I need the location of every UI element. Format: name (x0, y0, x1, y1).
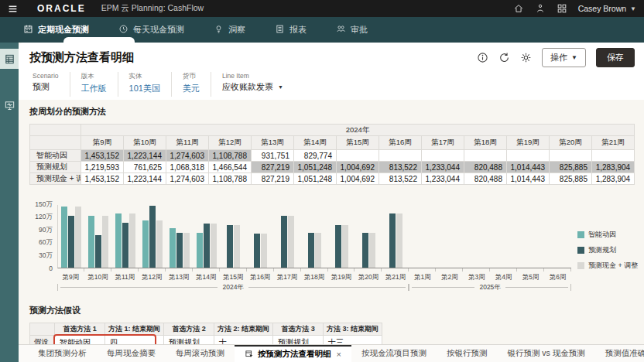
grid-cell[interactable] (379, 150, 422, 162)
nav-tab-3[interactable]: 洞察 (214, 17, 245, 43)
nav-tab-5[interactable]: 审批 (336, 17, 368, 43)
pov-member-value[interactable]: 美元 (183, 83, 200, 94)
grid-cell[interactable] (464, 150, 507, 162)
grid-cell[interactable]: 1,274,603 (166, 173, 209, 185)
grid-cell[interactable]: 1,068,318 (166, 162, 209, 173)
grid-cell[interactable]: 1,453,152 (81, 173, 124, 185)
assump-cell[interactable]: 十 (214, 336, 273, 345)
grid-week-header: 第10周 (124, 136, 166, 150)
grid-cell[interactable] (507, 150, 550, 162)
grid-cell[interactable]: 1,466,544 (209, 162, 252, 173)
grid-cell[interactable] (592, 150, 635, 162)
user-menu[interactable]: Casey Brown ▼ (578, 4, 636, 13)
close-icon[interactable]: × (337, 350, 341, 359)
grid-cell[interactable]: 761,625 (124, 162, 166, 173)
app-grid-icon[interactable] (557, 3, 567, 14)
accessibility-person-icon[interactable] (535, 3, 546, 14)
bar-预测规划 (227, 225, 233, 268)
grid-cell[interactable]: 1,014,443 (507, 162, 550, 173)
content-body: 按周划分的预测方法 2024年第9周第10周第11周第12周第13周第14周第1… (19, 100, 644, 344)
dashboard-monitor-icon[interactable] (0, 95, 19, 115)
grid-cell[interactable]: 1,233,044 (422, 173, 464, 185)
grid-cell[interactable] (337, 150, 379, 162)
bottom-tab-7[interactable]: 银行预测 vs 现金预测 (497, 345, 594, 362)
assump-cell[interactable]: 智能动因 (55, 336, 105, 345)
grid-cell[interactable]: 1,283,904 (592, 162, 635, 173)
settings-gear-icon[interactable] (520, 52, 532, 63)
grid-cell[interactable]: 1,274,603 (166, 150, 209, 162)
grid-cell[interactable]: 827,219 (252, 162, 294, 173)
assump-cell[interactable]: 预测规划 (273, 336, 324, 345)
grid-row: 预测规划1,219,593761,6251,068,3181,466,54482… (30, 162, 635, 173)
refresh-icon[interactable] (498, 52, 510, 63)
active-tab-notch (63, 37, 135, 43)
grid-week-header: 第18周 (464, 136, 507, 150)
assump-cell[interactable]: 四 (105, 336, 164, 345)
grid-cell[interactable]: 1,004,692 (337, 173, 379, 185)
bar-预测规划 (308, 233, 314, 268)
pov-member-value[interactable]: 工作版 (81, 83, 107, 94)
assump-cell[interactable]: 十三 (324, 336, 382, 345)
grid-cell[interactable]: 1,108,788 (209, 150, 252, 162)
bottom-tab-2[interactable]: 每周现金摘要 (97, 345, 166, 362)
grid-cell[interactable]: 825,885 (550, 162, 592, 173)
weekly-forecast-grid: 2024年第9周第10周第11周第12周第13周第14周第15周第16周第17周… (29, 124, 635, 185)
grid-cell[interactable]: 1,051,248 (294, 162, 337, 173)
calendar-icon (23, 24, 33, 36)
nav-tab-label: 洞察 (228, 24, 245, 36)
bar-智能动因 (115, 213, 122, 268)
grid-cell[interactable] (422, 150, 464, 162)
pov-member-2: 版本工作版 (78, 72, 118, 97)
actions-button[interactable]: 操作 ▼ (542, 48, 586, 67)
assump-header: 首选方法 2 (164, 323, 214, 336)
bar-智能动因 (142, 220, 149, 268)
grid-cell[interactable]: 1,219,593 (81, 162, 124, 173)
home-icon[interactable] (513, 3, 524, 14)
bottom-tab-5[interactable]: 按现金流项目预测 (351, 345, 437, 362)
hamburger-menu-icon[interactable] (8, 4, 25, 14)
grid-cell[interactable] (550, 150, 592, 162)
grid-cell[interactable]: 1,453,152 (81, 150, 124, 162)
bar-预测现金 + 调整 (315, 233, 321, 268)
legend-label: 智能动因 (588, 230, 616, 240)
grid-cell[interactable]: 1,004,692 (337, 162, 379, 173)
grid-cell[interactable]: 820,488 (464, 162, 507, 173)
nav-tab-4[interactable]: 报表 (275, 17, 307, 43)
info-icon[interactable] (477, 52, 488, 63)
pov-member-value[interactable]: 预测 (33, 81, 59, 93)
forecast-bar-chart: 150万120万90万60万30万0 第9周第10周第11周第12周第13周第1… (29, 205, 635, 291)
assump-cell[interactable]: 预测规划 (164, 336, 214, 345)
grid-cell[interactable]: 1,233,044 (422, 162, 464, 173)
grid-year-header: 2024年 (81, 125, 635, 136)
bottom-tab-4[interactable]: 按预测方法查看明细× (235, 345, 351, 362)
grid-cell[interactable]: 1,051,248 (294, 173, 337, 185)
save-button[interactable]: 保存 (596, 48, 635, 67)
chart-legend: 智能动因预测规划预测现金 + 调整 (577, 205, 638, 291)
grid-cell[interactable]: 820,488 (464, 173, 507, 185)
grid-cell[interactable]: 827,219 (252, 173, 294, 185)
pov-member-value[interactable]: 应收账款发票▼ (222, 81, 283, 93)
grid-cell[interactable]: 1,223,144 (124, 173, 166, 185)
grid-cell[interactable]: 813,522 (379, 173, 422, 185)
legend-swatch (577, 231, 584, 238)
bottom-tab-3[interactable]: 每周滚动预测 (166, 345, 235, 362)
pov-member-value[interactable]: 101美国 (129, 83, 160, 94)
left-toolbar (0, 43, 19, 362)
bar-group-第5周 (517, 205, 544, 268)
grid-cell[interactable]: 1,223,144 (124, 150, 166, 162)
bottom-tab-8[interactable]: 预测值准确性分析 (595, 345, 644, 362)
grid-cell[interactable]: 825,885 (550, 173, 592, 185)
bottom-tab-6[interactable]: 按银行预测 (437, 345, 498, 362)
bulb-icon (214, 24, 224, 36)
grid-cell[interactable]: 1,283,904 (592, 173, 635, 185)
grid-cell[interactable]: 813,522 (379, 162, 422, 173)
y-tick-label: 90万 (39, 226, 53, 235)
grid-cell[interactable]: 1,108,788 (209, 173, 252, 185)
forms-icon[interactable] (0, 49, 19, 69)
grid-cell[interactable]: 829,774 (294, 150, 337, 162)
bottom-tab-1[interactable]: 集团预测分析 (28, 345, 97, 362)
grid-cell[interactable]: 931,751 (252, 150, 294, 162)
grid-cell[interactable]: 1,014,443 (507, 173, 550, 185)
bar-预测现金 + 调整 (129, 213, 135, 268)
year-group-label: 2025年 (409, 284, 571, 291)
